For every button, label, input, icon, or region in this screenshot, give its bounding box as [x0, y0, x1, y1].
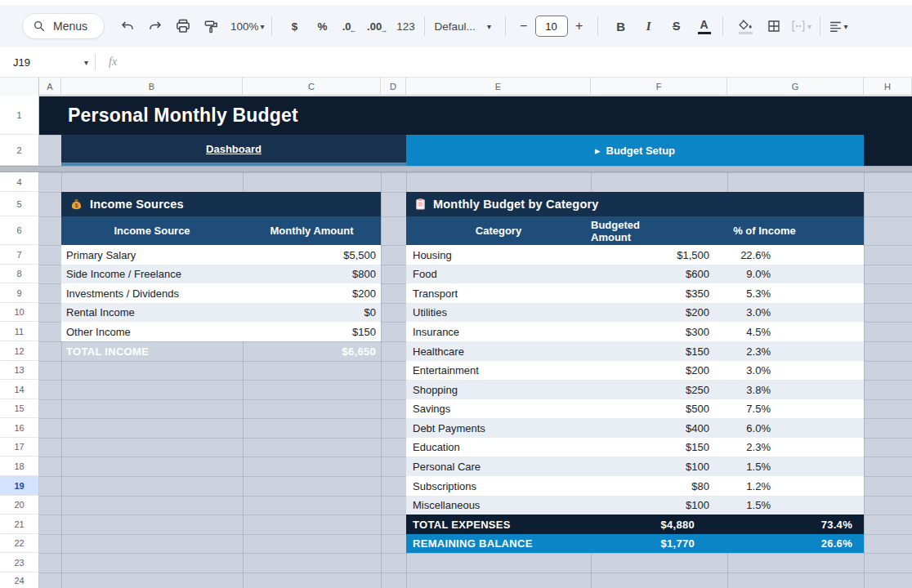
category-cell[interactable]: Education [406, 438, 591, 457]
row-header-18[interactable]: 18 [0, 457, 38, 476]
bold-button[interactable]: B [610, 14, 633, 38]
column-header-D[interactable]: D [381, 78, 406, 96]
row-header-20[interactable]: 20 [0, 496, 38, 514]
decrease-decimal-button[interactable]: .0 ← [339, 14, 362, 38]
row-header-2[interactable]: 2 [0, 135, 38, 166]
increase-font-size-button[interactable]: + [568, 14, 591, 38]
column-header-G[interactable]: G [727, 78, 864, 96]
budgeted-amount-cell[interactable]: $200 [591, 361, 727, 380]
row-header-16[interactable]: 16 [0, 418, 38, 438]
budget-row[interactable]: Personal Care$1001.5% [406, 457, 864, 476]
row-header-8[interactable]: 8 [0, 265, 38, 283]
pct-of-income-cell[interactable]: 1.5% [727, 457, 864, 476]
category-cell[interactable]: Insurance [406, 322, 591, 341]
budget-table-title[interactable]: Monthly Budget by Category [406, 192, 864, 216]
row-header-12[interactable]: 12 [0, 341, 38, 361]
budget-row[interactable]: Miscellaneous$1001.5% [406, 496, 864, 514]
column-header-B[interactable]: B [61, 78, 243, 96]
pct-of-income-cell[interactable]: 1.5% [727, 496, 864, 514]
pct-of-income-cell[interactable]: 2.3% [727, 438, 864, 457]
percent-format-button[interactable]: % [311, 14, 334, 38]
category-cell[interactable]: Housing [406, 245, 591, 265]
remaining-balance-row[interactable]: REMAINING BALANCE $1,770 26.6% [406, 534, 864, 553]
category-cell[interactable]: Utilities [406, 303, 591, 322]
income-amount-cell[interactable]: $200 [243, 283, 381, 303]
sheet-title-banner[interactable]: Personal Monthly Budget [39, 96, 912, 135]
column-header-E[interactable]: E [406, 78, 591, 96]
budgeted-amount-cell[interactable]: $400 [591, 418, 727, 438]
category-cell[interactable]: Subscriptions [406, 476, 591, 496]
decrease-font-size-button[interactable]: − [512, 14, 535, 38]
monthly-amount-header[interactable]: Monthly Amount [243, 216, 381, 245]
row-header-22[interactable]: 22 [0, 534, 38, 553]
menus-search-pill[interactable]: Menus [22, 13, 105, 39]
income-total-row[interactable]: TOTAL INCOME $6,650 [61, 341, 381, 361]
row-header-6[interactable]: 6 [0, 216, 38, 245]
pct-of-income-cell[interactable]: 1.2% [727, 476, 864, 496]
increase-decimal-button[interactable]: .00 → [367, 14, 390, 38]
income-source-cell[interactable]: Investments / Dividends [61, 283, 243, 303]
budgeted-amount-header[interactable]: Budgeted Amount [591, 216, 727, 245]
budgeted-amount-cell[interactable]: $500 [591, 399, 727, 418]
category-cell[interactable]: Personal Care [406, 457, 591, 476]
budgeted-amount-cell[interactable]: $150 [591, 438, 727, 457]
income-source-cell[interactable]: Other Income [61, 322, 243, 341]
income-row[interactable]: Rental Income$0 [61, 303, 381, 322]
hidden-row-indicator[interactable] [0, 166, 912, 172]
pct-of-income-cell[interactable]: 22.6% [727, 245, 864, 265]
category-cell[interactable]: Miscellaneous [406, 496, 591, 514]
column-header-H[interactable]: H [864, 78, 912, 96]
pct-of-income-cell[interactable]: 3.0% [727, 361, 864, 380]
column-header-C[interactable]: C [243, 78, 381, 96]
font-family-select[interactable]: Defaul... ▾ [431, 14, 498, 38]
horizontal-align-button[interactable]: ▾ [827, 14, 850, 38]
budget-row[interactable]: Shopping$2503.8% [406, 380, 864, 399]
name-box[interactable]: J19 ▾ [0, 56, 95, 69]
more-formats-button[interactable]: 123 [395, 14, 418, 38]
borders-button[interactable] [762, 14, 785, 38]
category-cell[interactable]: Debt Payments [406, 418, 591, 438]
budget-row[interactable]: Entertainment$2003.0% [406, 361, 864, 380]
row-header-4[interactable]: 4 [0, 172, 38, 192]
budgeted-amount-cell[interactable]: $80 [591, 476, 727, 496]
undo-button[interactable] [116, 14, 139, 38]
row-header-23[interactable]: 23 [0, 553, 38, 572]
budgeted-amount-cell[interactable]: $150 [591, 341, 727, 361]
category-cell[interactable]: Healthcare [406, 341, 591, 361]
budget-row[interactable]: Insurance$3004.5% [406, 322, 864, 341]
budgeted-amount-cell[interactable]: $600 [591, 265, 727, 283]
income-source-header[interactable]: Income Source [61, 216, 243, 245]
pct-of-income-cell[interactable]: 4.5% [727, 322, 864, 341]
row-header-13[interactable]: 13 [0, 361, 38, 380]
paint-format-button[interactable] [199, 14, 222, 38]
income-row[interactable]: Side Income / Freelance$800 [61, 265, 381, 283]
category-cell[interactable]: Transport [406, 283, 591, 303]
budgeted-amount-cell[interactable]: $300 [591, 322, 727, 341]
column-header-A[interactable]: A [39, 78, 61, 96]
pct-of-income-cell[interactable]: 3.8% [727, 380, 864, 399]
zoom-select[interactable]: 100% ▾ [230, 14, 265, 38]
row-header-15[interactable]: 15 [0, 399, 38, 418]
income-amount-cell[interactable]: $0 [243, 303, 381, 322]
tab-budget-setup[interactable]: ▸ Budget Setup [406, 135, 864, 166]
income-table-title[interactable]: $ Income Sources [61, 192, 381, 216]
row-header-5[interactable]: 5 [0, 192, 38, 216]
income-amount-cell[interactable]: $5,500 [243, 245, 381, 265]
row-header-11[interactable]: 11 [0, 322, 38, 341]
category-cell[interactable]: Savings [406, 399, 591, 418]
row-header-24[interactable]: 24 [0, 572, 38, 588]
row-header-1[interactable]: 1 [0, 96, 38, 135]
pct-of-income-cell[interactable]: 7.5% [727, 399, 864, 418]
budget-row[interactable]: Healthcare$1502.3% [406, 341, 864, 361]
budgeted-amount-cell[interactable]: $100 [591, 496, 727, 514]
pct-of-income-cell[interactable]: 2.3% [727, 341, 864, 361]
budgeted-amount-cell[interactable]: $350 [591, 283, 727, 303]
row-header-10[interactable]: 10 [0, 303, 38, 322]
tab-dashboard[interactable]: Dashboard [61, 135, 406, 166]
income-amount-cell[interactable]: $800 [243, 265, 381, 283]
pct-of-income-cell[interactable]: 5.3% [727, 283, 864, 303]
font-size-input[interactable]: 10 [535, 16, 568, 37]
pct-of-income-cell[interactable]: 6.0% [727, 418, 864, 438]
total-expenses-row[interactable]: TOTAL EXPENSES $4,880 73.4% [406, 514, 864, 534]
column-header-F[interactable]: F [591, 78, 727, 96]
